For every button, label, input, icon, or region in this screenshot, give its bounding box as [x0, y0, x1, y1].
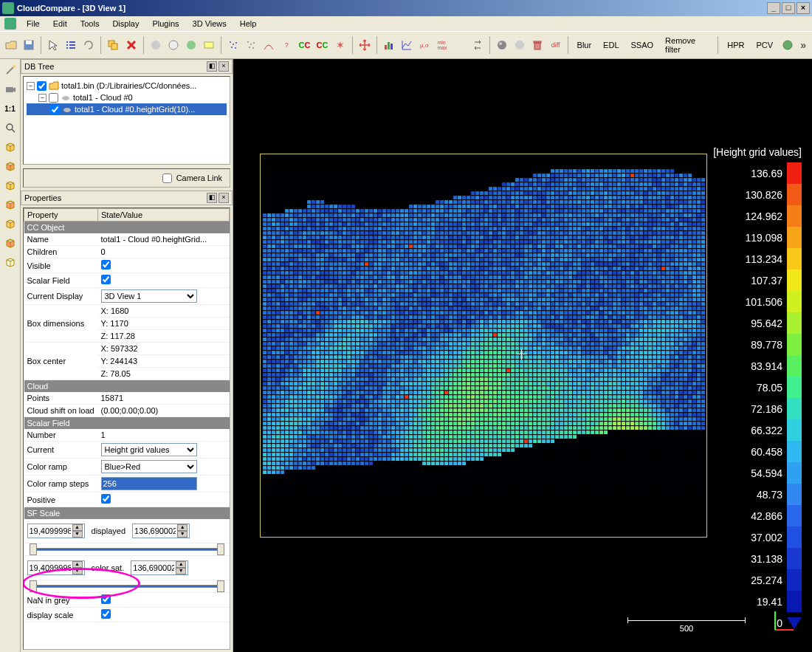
- scatter1-icon[interactable]: [225, 36, 241, 54]
- menu-tools[interactable]: Tools: [75, 18, 106, 30]
- ssao-button[interactable]: SSAO: [626, 36, 659, 54]
- legend-value: 107.37: [741, 275, 782, 286]
- sat-slider[interactable]: [32, 585, 222, 588]
- delete-button[interactable]: [123, 36, 140, 54]
- minimize-inner-button[interactable]: _: [767, 2, 780, 14]
- displayed-slider[interactable]: [32, 548, 222, 551]
- current-display-select[interactable]: 3D View 1: [101, 289, 197, 303]
- save-button[interactable]: [21, 36, 37, 54]
- cube-yp-icon[interactable]: [2, 177, 18, 193]
- props-close-button[interactable]: ×: [219, 193, 229, 203]
- cube-zp-icon[interactable]: [2, 216, 18, 232]
- tree-row-root[interactable]: − total1.bin (D:/Librairies/CC/données..…: [27, 80, 227, 92]
- minmax-icon[interactable]: minmax: [434, 36, 450, 54]
- nan-grey-checkbox[interactable]: [101, 594, 111, 604]
- tree-toggle-icon[interactable]: −: [38, 94, 47, 102]
- legend-swatch: [787, 569, 802, 591]
- legend-swatch: [787, 548, 802, 569]
- trash-icon[interactable]: [529, 36, 546, 54]
- sphere-button[interactable]: [183, 36, 199, 54]
- menu-help[interactable]: Help: [234, 18, 263, 30]
- section-ccobject: CC Object: [24, 222, 230, 234]
- wand-icon[interactable]: [2, 62, 18, 78]
- scatter2-icon[interactable]: [243, 36, 259, 54]
- open-button[interactable]: [3, 36, 19, 54]
- display-scale-checkbox[interactable]: [101, 609, 111, 619]
- cloud-icon: [61, 92, 71, 103]
- zoom-icon[interactable]: [2, 120, 18, 136]
- section-sfscale: SF Scale: [24, 507, 230, 520]
- gradient-icon[interactable]: [452, 36, 468, 54]
- camera-link-checkbox[interactable]: [162, 174, 172, 183]
- current-select[interactable]: Height grid values: [101, 443, 197, 456]
- normals-button[interactable]: [165, 36, 182, 54]
- star-icon[interactable]: ✶: [332, 36, 348, 54]
- camera-icon[interactable]: [2, 81, 18, 97]
- props-undock-button[interactable]: ◧: [207, 193, 217, 203]
- tree-row-cloud0[interactable]: − total1 - Cloud #0: [27, 92, 227, 103]
- cube-xp-icon[interactable]: [2, 139, 18, 155]
- tree-checkbox[interactable]: [37, 81, 47, 91]
- tree-toggle-icon[interactable]: −: [27, 82, 35, 90]
- displayed-max-input[interactable]: ▲▼: [132, 524, 190, 538]
- dbtree-close-button[interactable]: ×: [219, 61, 229, 72]
- cc-icon[interactable]: CC: [296, 36, 312, 54]
- sat-min-input[interactable]: ▲▼: [27, 560, 85, 575]
- light-icon[interactable]: [512, 36, 528, 54]
- cube-yn-icon[interactable]: [2, 196, 18, 213]
- ball-icon[interactable]: [494, 36, 510, 54]
- lasso-button[interactable]: [80, 36, 97, 54]
- histogram-icon[interactable]: [381, 36, 397, 54]
- pointer-button[interactable]: [45, 36, 61, 54]
- dbtree-undock-button[interactable]: ◧: [207, 61, 217, 72]
- sat-max-input[interactable]: ▲▼: [131, 560, 188, 575]
- tree-row-heightgrid[interactable]: total1 - Cloud #0.heightGrid(10)...: [27, 103, 227, 115]
- diff-icon[interactable]: ?: [278, 36, 295, 54]
- pcv-button[interactable]: PCV: [751, 36, 778, 54]
- clone-button[interactable]: [105, 36, 121, 54]
- color-scale-legend: 136.69130.826124.962119.098113.234107.37…: [741, 162, 802, 634]
- one-to-one-icon[interactable]: 1:1: [2, 100, 18, 117]
- cc2-icon[interactable]: CC: [314, 36, 330, 54]
- edl-button[interactable]: EDL: [598, 36, 624, 54]
- tree-checkbox[interactable]: [49, 93, 58, 103]
- menu-edit[interactable]: Edit: [47, 18, 73, 30]
- move-icon[interactable]: [357, 36, 373, 54]
- color-ramp-steps-input[interactable]: [101, 477, 197, 490]
- globe-icon[interactable]: [780, 36, 796, 54]
- remove-filter-button[interactable]: Remove filter: [660, 36, 714, 54]
- toolbar-overflow-button[interactable]: »: [797, 39, 809, 51]
- close-inner-button[interactable]: ×: [796, 2, 810, 14]
- tree-checkbox[interactable]: [50, 105, 60, 114]
- legend-value: 89.778: [741, 339, 782, 351]
- prop-shift-v: (0.00;0.00;0.00): [98, 405, 230, 417]
- menu-3dviews[interactable]: 3D Views: [187, 18, 233, 30]
- legend-swatch: [787, 227, 802, 248]
- sigma-icon[interactable]: μ,σ: [416, 36, 433, 54]
- app-icon: [2, 2, 14, 14]
- scalarfield-checkbox[interactable]: [101, 275, 111, 284]
- hpr-button[interactable]: HPR: [722, 36, 749, 54]
- arrows-icon[interactable]: [469, 36, 486, 54]
- positive-checkbox[interactable]: [101, 494, 111, 504]
- diff-label-icon[interactable]: diff: [548, 36, 564, 54]
- list-button[interactable]: [63, 36, 79, 54]
- visible-checkbox[interactable]: [101, 260, 111, 270]
- menu-display[interactable]: Display: [106, 18, 145, 30]
- 3d-view[interactable]: [Height grid values] 136.69130.826124.96…: [233, 59, 812, 652]
- sample-icon[interactable]: [261, 36, 277, 54]
- menu-file[interactable]: File: [21, 18, 46, 30]
- displayed-min-input[interactable]: ▲▼: [27, 524, 85, 538]
- legend-value: 37.002: [741, 532, 782, 543]
- colorize-button[interactable]: [148, 36, 164, 54]
- cube-zn-icon[interactable]: [2, 235, 18, 251]
- cube-xn-icon[interactable]: [2, 158, 18, 174]
- color-ramp-select[interactable]: Blue>Red: [101, 460, 197, 473]
- menu-plugins[interactable]: Plugins: [146, 18, 185, 30]
- blur-button[interactable]: Blur: [572, 36, 597, 54]
- label-button[interactable]: [201, 36, 217, 54]
- maximize-inner-button[interactable]: □: [782, 2, 795, 14]
- legend-swatch: [787, 184, 802, 205]
- graph-icon[interactable]: [399, 36, 415, 54]
- cube-iso-icon[interactable]: [2, 254, 18, 270]
